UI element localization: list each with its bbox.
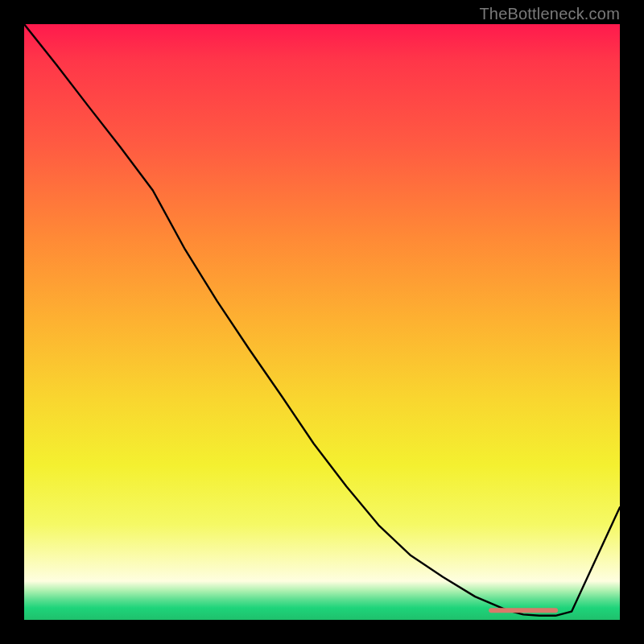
- plot-svg: [24, 24, 620, 620]
- chart-container: TheBottleneck.com: [0, 0, 644, 644]
- plot-area: [24, 24, 620, 620]
- curve-line: [24, 24, 620, 616]
- watermark-text: TheBottleneck.com: [479, 5, 620, 23]
